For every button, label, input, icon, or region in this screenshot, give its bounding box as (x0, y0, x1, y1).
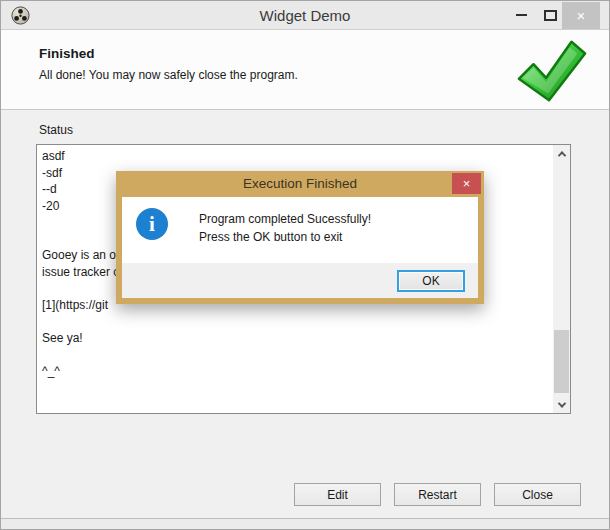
dialog-message: Program completed Sucessfully! Press the… (199, 210, 371, 246)
page-subtitle: All done! You may now safely close the p… (39, 68, 298, 82)
dialog-title: Execution Finished (243, 176, 357, 191)
scroll-down-button[interactable] (553, 396, 570, 413)
dialog-title-bar[interactable]: Execution Finished × (122, 171, 478, 197)
chevron-down-icon (557, 399, 565, 407)
vertical-scrollbar[interactable] (553, 145, 570, 413)
success-checkmark-icon (513, 34, 589, 108)
header-panel: Finished All done! You may now safely cl… (1, 30, 609, 110)
close-button[interactable]: Close (494, 483, 581, 506)
execution-finished-dialog: Execution Finished × i Program completed… (116, 171, 484, 304)
dialog-close-button[interactable]: × (452, 173, 481, 194)
dialog-body: i Program completed Sucessfully! Press t… (122, 197, 478, 263)
info-icon: i (136, 208, 168, 240)
window-close-button[interactable]: × (562, 2, 600, 29)
window-bottom-edge (1, 519, 609, 528)
scrollbar-thumb[interactable] (554, 330, 569, 393)
chevron-up-icon (557, 151, 565, 159)
restart-button[interactable]: Restart (394, 483, 481, 506)
page-title: Finished (39, 46, 95, 61)
app-window: Widget Demo × Finished All done! You may… (0, 0, 610, 530)
title-bar: Widget Demo × (1, 1, 609, 30)
minimize-icon[interactable] (516, 14, 527, 16)
ok-button[interactable]: OK (397, 270, 465, 292)
dialog-button-strip: OK (122, 263, 478, 298)
status-label: Status (39, 123, 73, 137)
maximize-icon[interactable] (544, 10, 557, 21)
edit-button[interactable]: Edit (294, 483, 381, 506)
scroll-up-button[interactable] (553, 145, 570, 162)
